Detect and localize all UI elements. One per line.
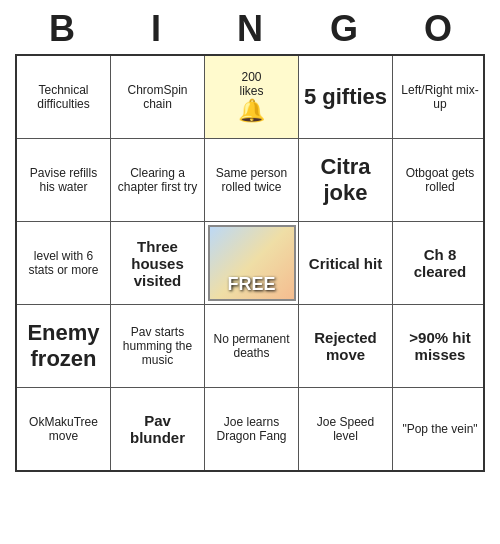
cell-1-0[interactable]: Pavise refills his water [17,139,111,221]
cell-text-4-1: Pav blunder [115,412,200,446]
letter-i: I [129,8,183,50]
cell-text-0-4: Left/Right mix-up [397,83,483,111]
cell-0-4[interactable]: Left/Right mix-up [393,56,487,138]
cell-text-1-1: Clearing a chapter first try [115,166,200,194]
cell-2-4[interactable]: Ch 8 cleared [393,222,487,304]
cell-text-3-4: >90% hit misses [397,329,483,363]
cell-text-0-2: 200likes🔔 [238,70,265,124]
cell-1-3[interactable]: Citra joke [299,139,393,221]
cell-4-1[interactable]: Pav blunder [111,388,205,470]
row-4: OkMakuTree movePav blunderJoe learns Dra… [17,388,483,470]
cell-text-0-3: 5 gifties [304,84,387,110]
cell-3-1[interactable]: Pav starts humming the music [111,305,205,387]
cell-text-4-2: Joe learns Dragon Fang [209,415,294,443]
cell-text-2-3: Critical hit [309,255,382,272]
bingo-title: B I N G O [15,0,485,54]
letter-g: G [317,8,371,50]
bingo-grid: Technical difficultiesChromSpin chain200… [15,54,485,472]
cell-3-2[interactable]: No permanent deaths [205,305,299,387]
cell-text-1-2: Same person rolled twice [209,166,294,194]
cell-3-0[interactable]: Enemy frozen [17,305,111,387]
cell-4-2[interactable]: Joe learns Dragon Fang [205,388,299,470]
cell-0-3[interactable]: 5 gifties [299,56,393,138]
letter-b: B [35,8,89,50]
row-1: Pavise refills his waterClearing a chapt… [17,139,483,222]
cell-2-0[interactable]: level with 6 stats or more [17,222,111,304]
cell-text-1-4: Otbgoat gets rolled [397,166,483,194]
cell-4-3[interactable]: Joe Speed level [299,388,393,470]
cell-2-1[interactable]: Three houses visited [111,222,205,304]
cell-text-4-4: "Pop the vein" [402,422,477,436]
row-0: Technical difficultiesChromSpin chain200… [17,56,483,139]
cell-text-0-0: Technical difficulties [21,83,106,111]
cell-text-2-0: level with 6 stats or more [21,249,106,277]
cell-1-4[interactable]: Otbgoat gets rolled [393,139,487,221]
cell-0-2[interactable]: 200likes🔔 [205,56,299,138]
cell-text-2-4: Ch 8 cleared [397,246,483,280]
cell-text-2-1: Three houses visited [115,238,200,289]
cell-4-4[interactable]: "Pop the vein" [393,388,487,470]
letter-n: N [223,8,277,50]
cell-1-2[interactable]: Same person rolled twice [205,139,299,221]
row-3: Enemy frozenPav starts humming the music… [17,305,483,388]
cell-0-0[interactable]: Technical difficulties [17,56,111,138]
cell-text-4-0: OkMakuTree move [21,415,106,443]
letter-o: O [411,8,465,50]
cell-text-0-1: ChromSpin chain [115,83,200,111]
row-2: level with 6 stats or moreThree houses v… [17,222,483,305]
cell-text-4-3: Joe Speed level [303,415,388,443]
cell-3-4[interactable]: >90% hit misses [393,305,487,387]
cell-text-1-0: Pavise refills his water [21,166,106,194]
cell-text-3-1: Pav starts humming the music [115,325,200,367]
cell-2-3[interactable]: Critical hit [299,222,393,304]
cell-text-3-2: No permanent deaths [209,332,294,360]
free-label: FREE [227,274,275,299]
cell-text-1-3: Citra joke [303,154,388,206]
cell-1-1[interactable]: Clearing a chapter first try [111,139,205,221]
cell-2-2[interactable]: FREE [205,222,299,304]
cell-3-3[interactable]: Rejected move [299,305,393,387]
cell-0-1[interactable]: ChromSpin chain [111,56,205,138]
cell-text-3-3: Rejected move [303,329,388,363]
cell-text-3-0: Enemy frozen [21,320,106,372]
cell-4-0[interactable]: OkMakuTree move [17,388,111,470]
